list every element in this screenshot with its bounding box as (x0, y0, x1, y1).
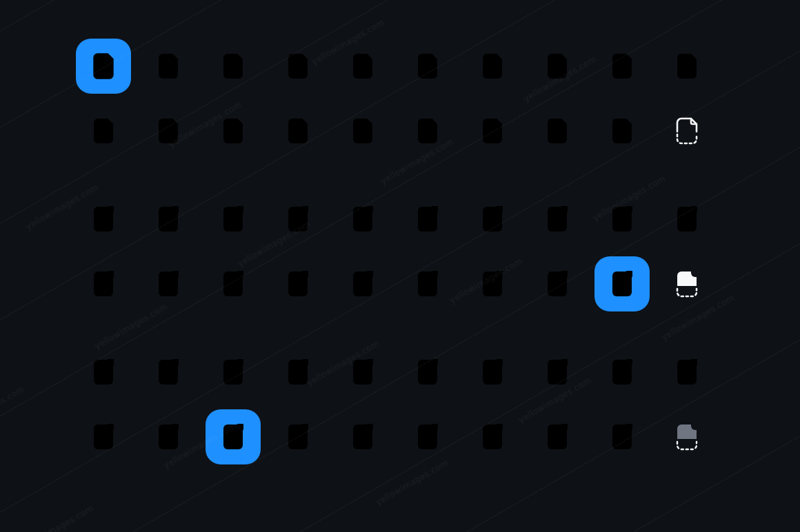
icon-set-duotone (76, 345, 724, 464)
file-chart-icon[interactable] (270, 39, 326, 94)
file-check-icon[interactable] (530, 103, 585, 158)
file-check-icon[interactable] (530, 256, 585, 311)
file-code-icon[interactable] (594, 39, 650, 94)
file-plus-icon[interactable] (76, 409, 131, 464)
file-star-icon[interactable] (594, 256, 650, 311)
file-upload-icon[interactable] (206, 409, 261, 464)
icon-grid (76, 39, 724, 158)
file-audio-icon[interactable] (465, 345, 520, 400)
file-placeholder-icon[interactable] (659, 103, 714, 158)
file-video-icon[interactable] (400, 39, 455, 94)
file-upload-icon[interactable] (206, 103, 261, 158)
file-star-icon[interactable] (594, 103, 650, 158)
file-alert-icon[interactable] (335, 409, 390, 464)
file-icon[interactable] (76, 345, 131, 400)
file-text-icon[interactable] (141, 192, 196, 247)
file-type-icon[interactable] (335, 39, 390, 94)
file-image-icon[interactable] (530, 39, 585, 94)
icon-grid (76, 192, 724, 311)
file-spreadsheet-icon[interactable] (206, 345, 261, 400)
file-minus-icon[interactable] (141, 409, 196, 464)
file-text-icon[interactable] (141, 39, 196, 94)
file-image-icon[interactable] (530, 345, 585, 400)
file-upload-icon[interactable] (206, 256, 261, 311)
file-download-icon[interactable] (270, 103, 326, 158)
file-zip-icon[interactable] (659, 39, 714, 94)
file-audio-icon[interactable] (465, 39, 520, 94)
icon-sheet: yellowimages.comyellowimages.comyellowim… (0, 0, 800, 532)
icon-set-outline (76, 39, 724, 158)
file-x-icon[interactable] (400, 103, 455, 158)
file-search-icon[interactable] (465, 256, 520, 311)
file-download-icon[interactable] (270, 256, 326, 311)
file-alert-icon[interactable] (335, 103, 390, 158)
file-x-icon[interactable] (400, 256, 455, 311)
file-check-icon[interactable] (530, 409, 585, 464)
file-type-icon[interactable] (335, 192, 390, 247)
file-chart-icon[interactable] (270, 345, 326, 400)
icon-grid (76, 345, 724, 464)
file-zip-icon[interactable] (659, 192, 714, 247)
file-plus-icon[interactable] (76, 256, 131, 311)
file-icon[interactable] (76, 39, 131, 94)
file-plus-icon[interactable] (76, 103, 131, 158)
file-type-icon[interactable] (335, 345, 390, 400)
file-download-icon[interactable] (270, 409, 326, 464)
file-video-icon[interactable] (400, 345, 455, 400)
file-text-icon[interactable] (141, 345, 196, 400)
file-code-icon[interactable] (594, 345, 650, 400)
file-alert-icon[interactable] (335, 256, 390, 311)
file-placeholder-icon[interactable] (659, 409, 714, 464)
file-minus-icon[interactable] (141, 103, 196, 158)
file-spreadsheet-icon[interactable] (206, 192, 261, 247)
file-audio-icon[interactable] (465, 192, 520, 247)
file-image-icon[interactable] (530, 192, 585, 247)
file-search-icon[interactable] (465, 409, 520, 464)
file-code-icon[interactable] (594, 192, 650, 247)
icon-set-solid (76, 192, 724, 311)
file-icon[interactable] (76, 192, 131, 247)
file-x-icon[interactable] (400, 409, 455, 464)
file-placeholder-icon[interactable] (659, 256, 714, 311)
file-search-icon[interactable] (465, 103, 520, 158)
file-zip-icon[interactable] (659, 345, 714, 400)
file-chart-icon[interactable] (270, 192, 326, 247)
file-spreadsheet-icon[interactable] (206, 39, 261, 94)
file-video-icon[interactable] (400, 192, 455, 247)
file-star-icon[interactable] (594, 409, 650, 464)
file-minus-icon[interactable] (141, 256, 196, 311)
